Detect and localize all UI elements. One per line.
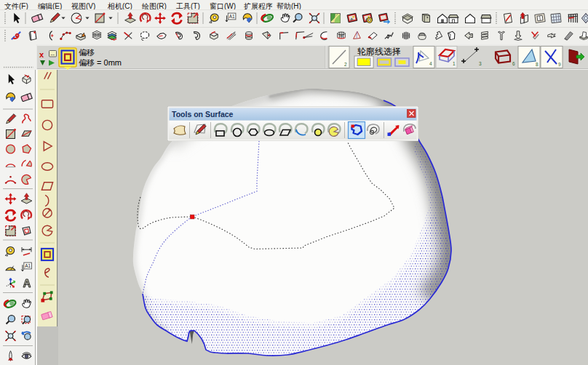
svg-text:4: 4: [429, 61, 432, 66]
svg-text:A1: A1: [25, 263, 31, 268]
svg-text:8: 8: [536, 62, 539, 67]
svg-text:1: 1: [453, 61, 456, 66]
svg-text:III: III: [340, 34, 343, 38]
svg-text:9: 9: [558, 62, 561, 67]
svg-text:Tools on Surface: Tools on Surface: [172, 110, 234, 119]
svg-text:3: 3: [479, 61, 482, 66]
svg-text:偏移: 偏移: [79, 48, 95, 57]
svg-text:2: 2: [344, 62, 347, 67]
svg-text:--: --: [51, 51, 55, 57]
svg-text:6: 6: [512, 61, 515, 66]
svg-text:A1: A1: [229, 14, 235, 19]
svg-text:x: x: [39, 50, 44, 59]
svg-text:偏移 = 0mm: 偏移 = 0mm: [79, 58, 122, 67]
svg-text:轮廓线选择: 轮廓线选择: [357, 47, 401, 57]
